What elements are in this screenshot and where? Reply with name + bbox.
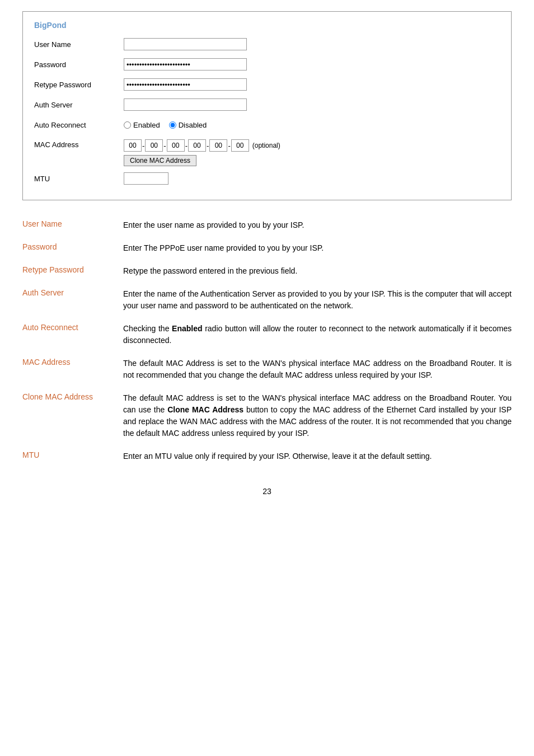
- auto-reconnect-row: Auto Reconnect Enabled Disabled: [34, 117, 500, 133]
- bigpond-form-panel: BigPond User Name Password Retype Passwo…: [22, 11, 512, 200]
- mac-octet-5[interactable]: [209, 139, 227, 152]
- panel-title: BigPond: [34, 21, 500, 30]
- desc-term-macaddress: MAC Address: [22, 354, 123, 389]
- desc-def-authserver: Enter the name of the Authentication Ser…: [123, 285, 512, 320]
- desc-term-authserver: Auth Server: [22, 285, 123, 320]
- page-number: 23: [22, 487, 512, 496]
- disabled-radio[interactable]: [169, 121, 176, 129]
- auto-reconnect-label: Auto Reconnect: [34, 121, 124, 129]
- desc-row-authserver: Auth Server Enter the name of the Authen…: [22, 285, 512, 320]
- desc-term-clonemac: Clone MAC Address: [22, 389, 123, 447]
- desc-row-username: User Name Enter the user name as provide…: [22, 216, 512, 239]
- mac-address-label: MAC Address: [34, 139, 124, 149]
- auth-server-row: Auth Server: [34, 97, 500, 112]
- mac-octet-4[interactable]: [188, 139, 206, 152]
- enabled-radio-label[interactable]: Enabled: [124, 121, 160, 129]
- retype-password-label: Retype Password: [34, 81, 124, 89]
- mtu-label: MTU: [34, 175, 124, 183]
- mac-optional-label: (optional): [252, 142, 280, 149]
- desc-row-password: Password Enter The PPPoE user name provi…: [22, 239, 512, 262]
- desc-term-password: Password: [22, 239, 123, 262]
- desc-def-macaddress: The default MAC Address is set to the WA…: [123, 354, 512, 389]
- mtu-input[interactable]: 1500: [124, 172, 168, 185]
- desc-row-mtu: MTU Enter an MTU value only if required …: [22, 447, 512, 470]
- enabled-label: Enabled: [133, 121, 160, 129]
- desc-def-clonemac: The default MAC address is set to the WA…: [123, 389, 512, 447]
- desc-def-password: Enter The PPPoE user name provided to yo…: [123, 239, 512, 262]
- desc-def-mtu: Enter an MTU value only if required by y…: [123, 447, 512, 470]
- disabled-label: Disabled: [179, 121, 207, 129]
- desc-row-clonemac: Clone MAC Address The default MAC addres…: [22, 389, 512, 447]
- desc-term-autoreconnect: Auto Reconnect: [22, 320, 123, 354]
- auto-reconnect-group: Enabled Disabled: [124, 121, 207, 129]
- desc-def-username: Enter the user name as provided to you b…: [123, 216, 512, 239]
- mac-octet-3[interactable]: [167, 139, 185, 152]
- password-row: Password: [34, 57, 500, 72]
- retype-password-row: Retype Password: [34, 77, 500, 92]
- desc-def-retype: Retype the password entered in the previ…: [123, 262, 512, 285]
- mac-octet-1[interactable]: [124, 139, 142, 152]
- mac-octet-6[interactable]: [231, 139, 249, 152]
- enabled-radio[interactable]: [124, 121, 131, 129]
- clone-mac-button[interactable]: Clone MAC Address: [124, 155, 196, 166]
- desc-term-username: User Name: [22, 216, 123, 239]
- retype-password-input[interactable]: [124, 78, 247, 91]
- user-name-input[interactable]: [124, 38, 247, 50]
- desc-row-retype: Retype Password Retype the password ente…: [22, 262, 512, 285]
- desc-def-autoreconnect: Checking the Enabled radio button will a…: [123, 320, 512, 354]
- mtu-row: MTU 1500: [34, 171, 500, 186]
- desc-row-autoreconnect: Auto Reconnect Checking the Enabled radi…: [22, 320, 512, 354]
- password-input[interactable]: [124, 58, 247, 71]
- mac-octet-2[interactable]: [145, 139, 163, 152]
- disabled-radio-label[interactable]: Disabled: [169, 121, 207, 129]
- mac-col: - - - - - (optional) Clone MAC Address: [124, 139, 280, 166]
- description-table: User Name Enter the user name as provide…: [22, 216, 512, 470]
- desc-term-retype: Retype Password: [22, 262, 123, 285]
- user-name-row: User Name: [34, 36, 500, 52]
- auth-server-label: Auth Server: [34, 101, 124, 109]
- desc-term-mtu: MTU: [22, 447, 123, 470]
- mac-address-row: MAC Address - - - - - (optional) Clone M…: [34, 137, 500, 166]
- user-name-label: User Name: [34, 40, 124, 49]
- password-label: Password: [34, 60, 124, 69]
- desc-row-macaddress: MAC Address The default MAC Address is s…: [22, 354, 512, 389]
- mac-inputs-group: - - - - - (optional): [124, 139, 280, 152]
- auth-server-input[interactable]: [124, 98, 247, 111]
